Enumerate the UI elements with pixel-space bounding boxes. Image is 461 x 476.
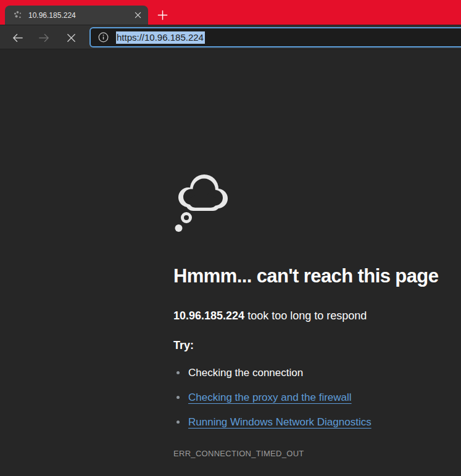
host-name: 10.96.185.224: [173, 310, 244, 322]
info-circle-icon[interactable]: [98, 31, 109, 43]
error-code: ERR_CONNECTION_TIMED_OUT: [173, 449, 304, 458]
proxy-firewall-link[interactable]: Checking the proxy and the firewall: [188, 392, 352, 403]
subtitle-text: took too long to respond: [244, 310, 367, 322]
url-selected-text: https://10.96.185.224: [116, 31, 205, 44]
network-diagnostics-link[interactable]: Running Windows Network Diagnostics: [188, 416, 372, 428]
suggestion-text: Checking the connection: [188, 367, 303, 379]
url-text: https://10.96.185.224: [116, 32, 205, 43]
browser-tab[interactable]: 10.96.185.224: [5, 6, 148, 25]
list-item: Running Windows Network Diagnostics: [173, 416, 372, 428]
try-label: Try:: [173, 339, 194, 352]
tab-title: 10.96.185.224: [28, 11, 132, 20]
page-title: Hmmm... can't reach this page: [173, 265, 438, 287]
error-page: Hmmm... can't reach this page 10.96.185.…: [0, 49, 461, 475]
forward-button[interactable]: [36, 30, 51, 45]
list-item: Checking the proxy and the firewall: [173, 392, 372, 403]
list-item: Checking the connection: [173, 367, 372, 379]
suggestion-list: Checking the connection Checking the pro…: [173, 367, 372, 441]
arrow-left-icon: [11, 31, 24, 44]
thought-cloud-icon: [175, 173, 231, 234]
tab-close-icon[interactable]: [132, 10, 143, 21]
address-bar[interactable]: https://10.96.185.224: [89, 27, 461, 47]
arrow-right-icon: [38, 31, 51, 44]
back-button[interactable]: [10, 30, 25, 45]
tab-strip: 10.96.185.224: [0, 0, 461, 25]
navigation-toolbar: https://10.96.185.224: [0, 25, 461, 49]
stop-loading-button[interactable]: [64, 30, 78, 45]
plus-icon: [157, 9, 168, 21]
close-x-icon: [65, 32, 77, 44]
loading-spinner-icon: [13, 10, 23, 20]
error-subtitle: 10.96.185.224 took too long to respond: [173, 310, 367, 322]
new-tab-button[interactable]: [154, 7, 170, 23]
